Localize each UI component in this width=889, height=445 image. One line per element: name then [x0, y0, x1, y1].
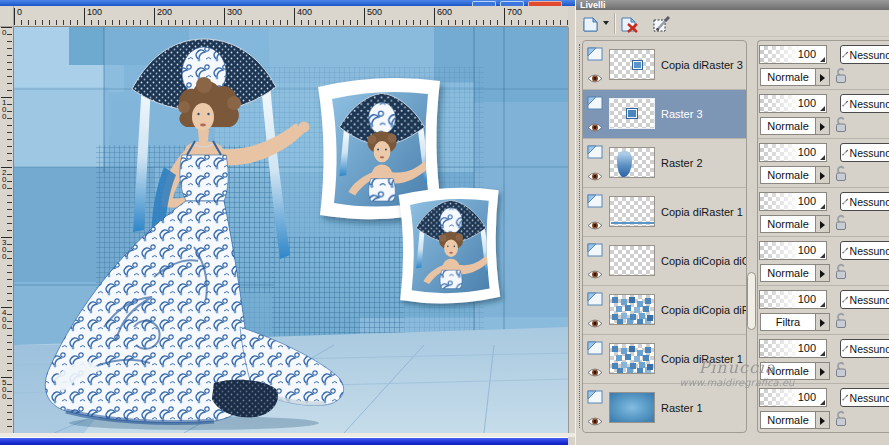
- ruler-label: 100: [87, 7, 102, 17]
- opacity-slider-handle[interactable]: [820, 253, 825, 258]
- layer-row[interactable]: Raster 1: [583, 384, 746, 433]
- layer-row[interactable]: Copia diRaster 1: [583, 335, 746, 384]
- blend-mode-dropdown-button[interactable]: [816, 362, 830, 380]
- opacity-slider-handle[interactable]: [820, 302, 825, 307]
- unlock-icon[interactable]: [834, 165, 848, 186]
- unlock-icon[interactable]: [834, 361, 848, 382]
- link-group-button[interactable]: Nessuno: [840, 94, 889, 113]
- link-group-button[interactable]: Nessuno: [840, 192, 889, 211]
- opacity-slider[interactable]: 100: [759, 143, 827, 162]
- layer-thumbnail[interactable]: [609, 245, 655, 276]
- ruler-minor-tick: [7, 244, 12, 245]
- opacity-slider-handle[interactable]: [820, 351, 825, 356]
- link-group-button[interactable]: Nessuno: [840, 45, 889, 64]
- unlock-icon[interactable]: [834, 67, 848, 88]
- opacity-slider-handle[interactable]: [820, 57, 825, 62]
- blend-mode-dropdown-button[interactable]: [816, 68, 830, 86]
- layer-thumbnail[interactable]: [609, 343, 655, 374]
- blend-mode-select[interactable]: Normale: [760, 411, 816, 429]
- visibility-eye-icon[interactable]: [587, 315, 603, 333]
- layer-thumbnail[interactable]: [609, 196, 655, 227]
- ruler-minor-tick: [357, 20, 358, 25]
- layer-thumbnail[interactable]: [609, 49, 655, 80]
- visibility-eye-icon[interactable]: [587, 413, 603, 431]
- unlock-icon[interactable]: [834, 312, 848, 333]
- opacity-slider-handle[interactable]: [820, 106, 825, 111]
- visibility-eye-icon[interactable]: [587, 70, 603, 88]
- link-group-button[interactable]: Nessuno: [840, 388, 889, 407]
- palette-drag-rail[interactable]: [579, 44, 580, 428]
- blend-mode-select[interactable]: Normale: [760, 362, 816, 380]
- opacity-slider[interactable]: 100: [759, 192, 827, 211]
- opacity-slider[interactable]: 100: [759, 388, 827, 407]
- unlock-icon[interactable]: [834, 263, 848, 284]
- blend-mode-dropdown-button[interactable]: [816, 166, 830, 184]
- new-layer-button[interactable]: [579, 12, 603, 35]
- layer-row[interactable]: Copia diRaster 3: [583, 41, 746, 90]
- link-group-value: Nessuno: [850, 392, 889, 404]
- layer-row[interactable]: Copia diCopia diCopi.: [583, 237, 746, 286]
- opacity-slider[interactable]: 100: [759, 45, 827, 64]
- opacity-slider-handle[interactable]: [820, 400, 825, 405]
- blend-mode-select[interactable]: Filtra: [760, 313, 816, 331]
- ruler-minor-tick: [7, 342, 12, 343]
- layer-row[interactable]: Raster 2: [583, 139, 746, 188]
- blend-mode-dropdown-button[interactable]: [816, 411, 830, 429]
- ruler-minor-tick: [98, 20, 99, 25]
- ruler-minor-tick: [7, 230, 12, 231]
- visibility-eye-icon[interactable]: [587, 168, 603, 186]
- link-group-button[interactable]: Nessuno: [840, 241, 889, 260]
- layer-thumbnail[interactable]: [609, 147, 655, 178]
- blend-mode-dropdown-button[interactable]: [816, 117, 830, 135]
- ruler-minor-tick: [497, 20, 498, 25]
- link-group-button[interactable]: Nessuno: [840, 290, 889, 309]
- ruler-minor-tick: [21, 20, 22, 25]
- blend-mode-select[interactable]: Normale: [760, 166, 816, 184]
- layer-thumbnail[interactable]: [609, 392, 655, 423]
- palette-toolbar: [576, 10, 889, 37]
- visibility-eye-icon[interactable]: [587, 217, 603, 235]
- blend-mode-dropdown-button[interactable]: [816, 215, 830, 233]
- ruler-minor-tick: [7, 209, 12, 210]
- visibility-eye-icon[interactable]: [587, 119, 603, 137]
- link-group-button[interactable]: Nessuno: [840, 339, 889, 358]
- blend-mode-select[interactable]: Normale: [760, 215, 816, 233]
- opacity-slider[interactable]: 100: [759, 339, 827, 358]
- layer-thumbnail[interactable]: [609, 294, 655, 325]
- blend-mode-value: Normale: [767, 218, 809, 230]
- opacity-slider[interactable]: 100: [759, 290, 827, 309]
- ruler-minor-tick: [7, 405, 12, 406]
- unlock-icon[interactable]: [834, 116, 848, 137]
- link-group-button[interactable]: Nessuno: [840, 143, 889, 162]
- brush-icon: [842, 146, 849, 159]
- layer-row[interactable]: Copia diCopia diRaste: [583, 286, 746, 335]
- visibility-eye-icon[interactable]: [587, 266, 603, 284]
- visibility-eye-icon[interactable]: [587, 364, 603, 382]
- blend-mode-select[interactable]: Normale: [760, 264, 816, 282]
- layer-row[interactable]: Copia diRaster 1: [583, 188, 746, 237]
- blend-mode-dropdown-button[interactable]: [816, 313, 830, 331]
- opacity-slider-handle[interactable]: [820, 155, 825, 160]
- ruler-major-tick: [364, 8, 365, 25]
- blend-mode-select[interactable]: Normale: [760, 117, 816, 135]
- pane-splitter[interactable]: [747, 272, 756, 330]
- ruler-label: 700: [507, 7, 522, 17]
- raster-layer-icon: [587, 194, 604, 213]
- canvas[interactable]: [14, 27, 568, 433]
- unlock-icon[interactable]: [834, 214, 848, 235]
- opacity-slider-handle[interactable]: [820, 204, 825, 209]
- layer-thumbnail[interactable]: [609, 98, 655, 129]
- opacity-slider[interactable]: 100: [759, 94, 827, 113]
- ruler-minor-tick: [469, 20, 470, 25]
- blend-mode-value: Normale: [767, 169, 809, 181]
- palette-title[interactable]: Livelli: [576, 0, 889, 10]
- new-layer-dropdown-arrow[interactable]: [603, 21, 609, 25]
- layer-row[interactable]: Raster 3: [583, 90, 746, 139]
- edit-selection-button[interactable]: [650, 12, 674, 35]
- blend-mode-dropdown-button[interactable]: [816, 264, 830, 282]
- delete-layer-button[interactable]: [618, 12, 642, 35]
- ruler-minor-tick: [7, 146, 12, 147]
- opacity-slider[interactable]: 100: [759, 241, 827, 260]
- unlock-icon[interactable]: [834, 410, 848, 431]
- blend-mode-select[interactable]: Normale: [760, 68, 816, 86]
